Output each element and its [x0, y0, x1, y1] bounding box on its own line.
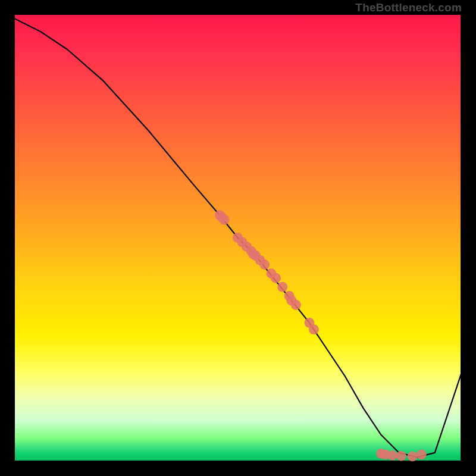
data-point	[396, 451, 406, 461]
data-point	[416, 449, 427, 459]
data-point	[408, 451, 418, 461]
data-point	[259, 259, 270, 270]
data-point	[277, 282, 287, 292]
chart-container: TheBottleneck.com	[0, 0, 476, 476]
data-point	[387, 450, 397, 461]
data-point	[217, 212, 227, 223]
chart-overlay	[14, 14, 462, 462]
frame-left	[0, 0, 14, 476]
data-point-group	[215, 210, 427, 461]
data-point	[309, 324, 319, 334]
frame-bottom	[0, 462, 476, 476]
data-point	[271, 273, 281, 283]
frame-right	[462, 0, 476, 476]
watermark-label: TheBottleneck.com	[355, 1, 462, 14]
data-point	[291, 300, 301, 310]
